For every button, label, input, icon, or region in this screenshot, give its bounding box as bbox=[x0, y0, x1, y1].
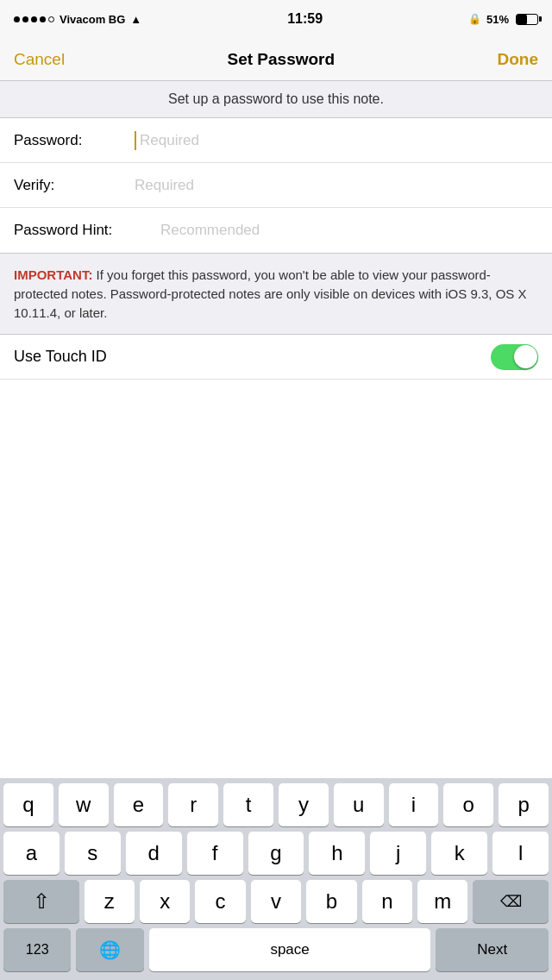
battery-icon bbox=[514, 14, 538, 25]
key-u[interactable]: u bbox=[334, 783, 384, 826]
password-input-area[interactable]: Required bbox=[135, 131, 538, 150]
hint-row: Password Hint: Recommended bbox=[0, 208, 552, 253]
notice-text: IMPORTANT: If you forget this password, … bbox=[14, 266, 538, 322]
shift-key[interactable]: ⇧ bbox=[3, 880, 79, 923]
hint-label: Password Hint: bbox=[14, 222, 160, 239]
toggle-thumb bbox=[514, 345, 537, 368]
signal-dot-2 bbox=[22, 16, 28, 22]
key-p[interactable]: p bbox=[499, 783, 549, 826]
signal-dot-4 bbox=[40, 16, 46, 22]
key-o[interactable]: o bbox=[443, 783, 493, 826]
signal-dots bbox=[14, 16, 54, 22]
password-placeholder: Required bbox=[140, 132, 199, 149]
touchid-toggle[interactable] bbox=[491, 344, 538, 370]
lock-icon: 🔒 bbox=[468, 13, 481, 25]
hint-placeholder[interactable]: Recommended bbox=[160, 222, 260, 239]
key-h[interactable]: h bbox=[309, 832, 365, 875]
key-r[interactable]: r bbox=[168, 783, 218, 826]
key-e[interactable]: e bbox=[114, 783, 164, 826]
status-bar: Vivacom BG ▲ 11:59 🔒 51% bbox=[0, 0, 552, 38]
toggle-track bbox=[491, 344, 538, 370]
key-a[interactable]: a bbox=[3, 832, 60, 875]
wifi-icon: ▲ bbox=[130, 13, 141, 26]
key-j[interactable]: j bbox=[370, 832, 426, 875]
key-t[interactable]: t bbox=[223, 783, 273, 826]
key-y[interactable]: y bbox=[279, 783, 329, 826]
cancel-button[interactable]: Cancel bbox=[14, 50, 65, 69]
space-key[interactable]: space bbox=[149, 928, 431, 971]
key-f[interactable]: f bbox=[187, 832, 243, 875]
verify-label: Verify: bbox=[14, 177, 135, 194]
key-b[interactable]: b bbox=[306, 880, 356, 923]
password-label: Password: bbox=[14, 132, 135, 149]
key-d[interactable]: d bbox=[126, 832, 182, 875]
form-section: Password: Required Verify: Required Pass… bbox=[0, 118, 552, 253]
keyboard-bottom-row: 123 🌐 space Next bbox=[0, 923, 552, 980]
signal-dot-5 bbox=[48, 16, 54, 22]
touchid-label: Use Touch ID bbox=[14, 348, 107, 366]
status-right: 🔒 51% bbox=[468, 13, 538, 26]
key-l[interactable]: l bbox=[492, 832, 549, 875]
key-g[interactable]: g bbox=[248, 832, 304, 875]
keyboard: q w e r t y u i o p a s d f g h j k l ⇧ … bbox=[0, 778, 552, 980]
notice-important-label: IMPORTANT: bbox=[14, 267, 92, 282]
globe-icon: 🌐 bbox=[99, 939, 121, 960]
password-row: Password: Required bbox=[0, 118, 552, 163]
touchid-section: Use Touch ID bbox=[0, 335, 552, 380]
key-m[interactable]: m bbox=[417, 880, 467, 923]
subtitle-text: Set up a password to use this note. bbox=[0, 81, 552, 118]
signal-dot-1 bbox=[14, 16, 20, 22]
num-key[interactable]: 123 bbox=[3, 928, 71, 971]
shift-icon: ⇧ bbox=[33, 889, 50, 914]
status-left: Vivacom BG ▲ bbox=[14, 13, 141, 26]
verify-row: Verify: Required bbox=[0, 163, 552, 208]
globe-key[interactable]: 🌐 bbox=[76, 928, 143, 971]
key-c[interactable]: c bbox=[195, 880, 245, 923]
space-label: space bbox=[270, 941, 309, 958]
key-s[interactable]: s bbox=[65, 832, 121, 875]
delete-icon: ⌫ bbox=[500, 892, 522, 911]
keyboard-row-1: q w e r t y u i o p bbox=[0, 778, 552, 826]
next-key[interactable]: Next bbox=[436, 928, 549, 971]
status-time: 11:59 bbox=[287, 11, 323, 27]
keyboard-row-2: a s d f g h j k l bbox=[0, 826, 552, 875]
key-v[interactable]: v bbox=[251, 880, 301, 923]
key-q[interactable]: q bbox=[3, 783, 53, 826]
nav-bar: Cancel Set Password Done bbox=[0, 38, 552, 81]
key-x[interactable]: x bbox=[140, 880, 190, 923]
notice-section: IMPORTANT: If you forget this password, … bbox=[0, 253, 552, 335]
key-k[interactable]: k bbox=[431, 832, 487, 875]
text-cursor bbox=[135, 131, 136, 150]
verify-placeholder[interactable]: Required bbox=[135, 177, 194, 194]
key-w[interactable]: w bbox=[59, 783, 109, 826]
page-title: Set Password bbox=[228, 50, 336, 69]
battery-percent: 51% bbox=[486, 13, 509, 26]
num-label: 123 bbox=[26, 942, 49, 958]
next-label: Next bbox=[477, 941, 507, 958]
key-i[interactable]: i bbox=[389, 783, 439, 826]
done-button[interactable]: Done bbox=[497, 50, 538, 69]
delete-key[interactable]: ⌫ bbox=[473, 880, 549, 923]
key-z[interactable]: z bbox=[85, 880, 135, 923]
keyboard-row-3: ⇧ z x c v b n m ⌫ bbox=[0, 875, 552, 923]
signal-dot-3 bbox=[31, 16, 37, 22]
carrier-name: Vivacom BG bbox=[60, 13, 125, 26]
key-n[interactable]: n bbox=[362, 880, 412, 923]
